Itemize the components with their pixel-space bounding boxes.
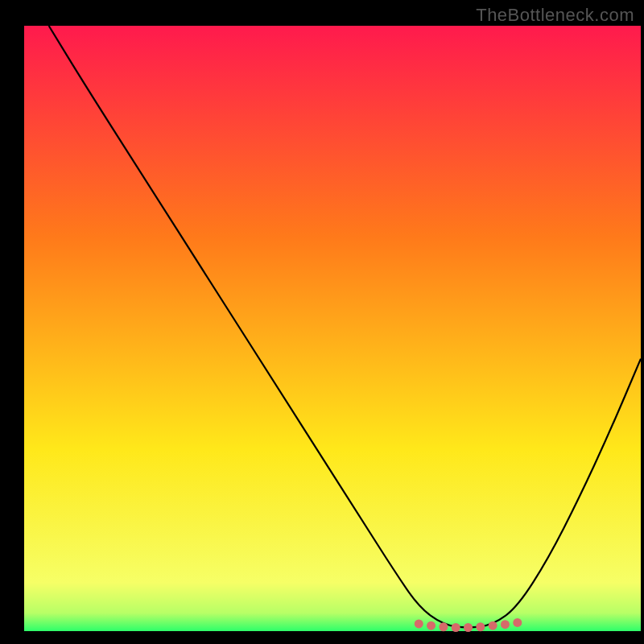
chart-frame: TheBottleneck.com (0, 0, 644, 644)
optimal-marker (415, 619, 423, 628)
bottleneck-chart (0, 0, 644, 644)
watermark-text: TheBottleneck.com (476, 5, 634, 26)
optimal-marker (464, 623, 473, 632)
optimal-marker (489, 621, 497, 630)
optimal-marker (427, 621, 436, 630)
plot-background (24, 26, 641, 631)
optimal-marker (501, 620, 510, 629)
optimal-marker (476, 622, 485, 631)
optimal-marker (452, 623, 460, 632)
optimal-marker (513, 618, 522, 627)
optimal-marker (439, 622, 448, 631)
